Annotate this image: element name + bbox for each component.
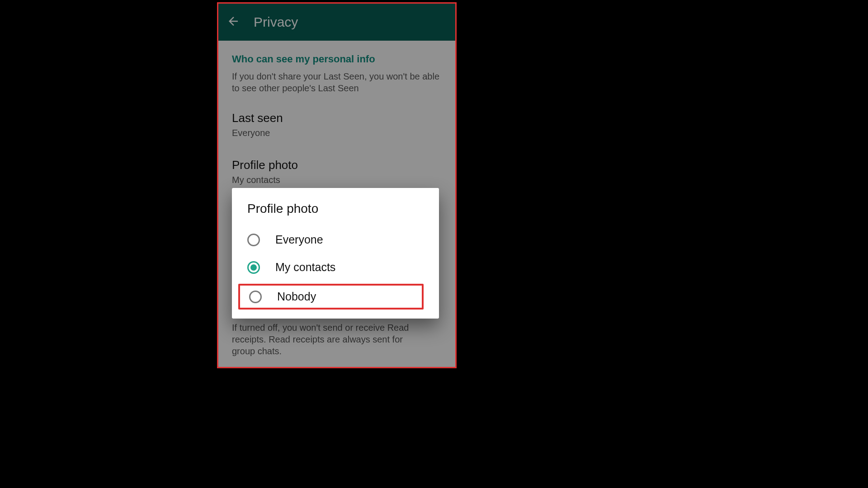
section-header: Who can see my personal info [232,53,442,65]
appbar: Privacy [218,4,455,41]
read-receipts-note: If turned off, you won't send or receive… [232,322,413,357]
pref-title: Last seen [232,111,442,125]
appbar-title: Privacy [254,14,298,30]
option-my-contacts[interactable]: My contacts [232,253,439,281]
pref-last-seen[interactable]: Last seen Everyone [232,111,442,138]
pref-title: Profile photo [232,158,442,172]
pref-value: My contacts [232,175,442,185]
profile-photo-dialog: Profile photo Everyone My contacts Nobod… [232,188,439,319]
option-label: Everyone [275,233,323,246]
back-arrow-icon[interactable] [226,14,240,30]
option-everyone[interactable]: Everyone [232,226,439,253]
pref-profile-photo[interactable]: Profile photo My contacts [232,158,442,185]
phone-frame: Privacy Who can see my personal info If … [217,2,457,368]
dialog-title: Profile photo [232,202,439,226]
option-label: My contacts [275,261,335,274]
option-label: Nobody [277,290,316,303]
radio-icon [247,234,260,246]
radio-selected-icon [247,261,260,274]
pref-value: Everyone [232,128,442,138]
option-nobody-highlighted[interactable]: Nobody [238,284,424,310]
radio-icon [249,291,262,303]
section-subtext: If you don't share your Last Seen, you w… [232,70,442,94]
